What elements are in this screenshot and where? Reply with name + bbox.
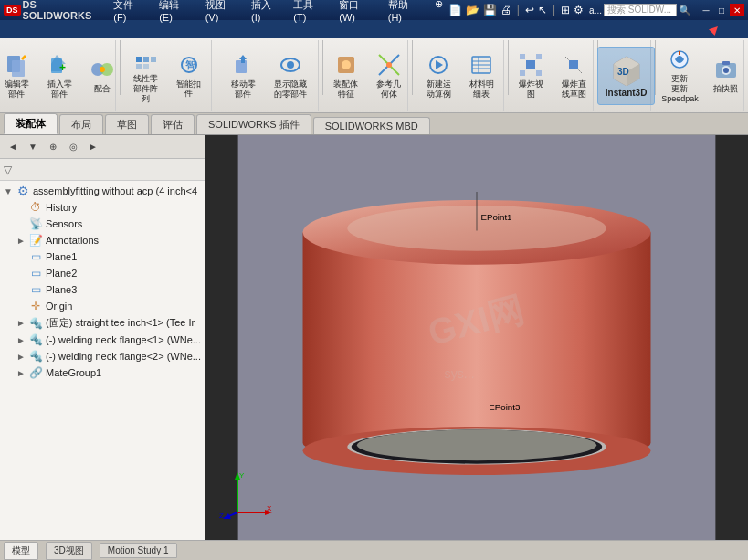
tab-sketch[interactable]: 草图 — [105, 114, 149, 134]
tab-sw-mbd[interactable]: SOLIDWORKS MBD — [313, 117, 430, 134]
tree-flange2[interactable]: ► 🔩 (-) welding neck flange<2> (WNe... — [0, 348, 205, 365]
linear-array-button[interactable]: 线性零部件阵列 — [126, 44, 166, 106]
menu-edit[interactable]: 编辑(E) — [153, 0, 197, 25]
panel-btn-add[interactable]: ⊕ — [44, 138, 62, 156]
explode-view-button[interactable]: 爆炸视图 — [511, 49, 551, 102]
tree-annotations-arrow: ► — [16, 236, 26, 246]
svg-text:+: + — [59, 61, 66, 74]
options-icon[interactable]: ⚙ — [574, 4, 584, 16]
menu-window[interactable]: 窗口(W) — [333, 0, 381, 25]
menu-extra[interactable]: ⊕ — [429, 0, 448, 25]
svg-rect-8 — [143, 57, 149, 62]
smart-fastener-button[interactable]: 智 智能扣件 — [169, 49, 209, 102]
tree-sensors[interactable]: 📡 Sensors — [0, 216, 205, 232]
new-motion-icon — [426, 52, 451, 78]
explode-line-icon — [561, 52, 586, 78]
svg-text:EPoint3: EPoint3 — [489, 402, 520, 412]
status-tab-3dview[interactable]: 3D视图 — [46, 542, 92, 560]
mate-icon — [90, 57, 115, 82]
menu-tools[interactable]: 工具(T) — [288, 0, 332, 25]
tab-evaluate[interactable]: 评估 — [151, 114, 195, 134]
tree-plane1[interactable]: ▭ Plane1 — [0, 248, 205, 265]
mate-button[interactable]: 配合 — [82, 54, 122, 97]
ribbon-sep-2 — [216, 40, 216, 95]
move-component-button[interactable]: 移动零部件 — [223, 49, 263, 102]
show-hide-button[interactable]: 显示隐藏的零部件 — [266, 49, 314, 102]
bom-button[interactable]: 材料明细表 — [461, 49, 501, 102]
show-hide-icon — [278, 52, 303, 78]
3d-viewport[interactable]: 🔍 ↻ ✋ ⊡ ◈ ☀ ◎ ⊘ 📷 ▼ — [205, 135, 748, 540]
search-label: a... — [589, 5, 602, 16]
view-icon[interactable]: ⊞ — [561, 4, 570, 16]
tab-layout[interactable]: 布局 — [59, 114, 103, 134]
tree-history[interactable]: ⏱ History — [0, 199, 205, 216]
edit-component-button[interactable]: 编辑零部件 — [0, 49, 37, 102]
tree-straight-tee[interactable]: ► 🔩 (固定) straight tee inch<1> (Tee Ir — [0, 314, 205, 332]
tree-plane2[interactable]: ▭ Plane2 — [0, 265, 205, 281]
panel-btn-back[interactable]: ◄ — [4, 138, 22, 156]
menu-insert[interactable]: 插入(I) — [246, 0, 286, 25]
insert-component-button[interactable]: + 插入零部件 — [39, 49, 79, 102]
tree-root[interactable]: ▼ ⚙ assemblyfitting without acp (4 inch<… — [0, 183, 205, 199]
snapshot-button[interactable]: 拍快照 — [706, 54, 746, 97]
explode-line-button[interactable]: 爆炸直线草图 — [553, 49, 594, 102]
close-button[interactable]: ✕ — [730, 4, 744, 16]
window-controls: ─ □ ✕ — [699, 4, 744, 16]
tree-root-label: assemblyfitting without acp (4 inch<4 — [33, 185, 197, 196]
ribbon-group-explode: 爆炸视图 爆炸直线草图 — [512, 40, 595, 111]
linear-array-icon — [133, 47, 159, 72]
insert-component-icon: + — [47, 52, 72, 78]
menu-help[interactable]: 帮助(H) — [383, 0, 427, 25]
cursor-icon[interactable]: ↖ — [538, 4, 547, 16]
ribbon-group-motion: 新建运动算例 材料明细表 — [416, 40, 504, 111]
panel-btn-settings[interactable]: ◎ — [64, 138, 82, 156]
tab-bar: 装配体 布局 草图 评估 SOLIDWORKS 插件 SOLIDWORKS MB… — [0, 113, 748, 135]
ribbon-group-basic: 编辑零部件 + 插入零部件 — [4, 40, 116, 111]
panel-btn-expand[interactable]: ▼ — [24, 138, 42, 156]
tree-flange1-label: (-) welding neck flange<1> (WNe... — [46, 334, 201, 345]
svg-text:sys...: sys... — [445, 366, 475, 381]
smart-fastener-icon: 智 — [176, 52, 202, 78]
menu-bar: 文件(F) 编辑(E) 视图(V) 插入(I) 工具(T) 窗口(W) 帮助(H… — [108, 0, 448, 25]
main-content: ◄ ▼ ⊕ ◎ ► ▽ ▼ ⚙ assemblyfitting without … — [0, 135, 748, 540]
open-icon[interactable]: 📂 — [466, 4, 479, 16]
undo-icon[interactable]: ↩ — [525, 4, 534, 16]
svg-rect-31 — [536, 54, 542, 59]
tab-sw-plugins[interactable]: SOLIDWORKS 插件 — [196, 114, 311, 134]
tab-assembly[interactable]: 装配体 — [4, 113, 58, 134]
svg-text:Y: Y — [239, 471, 245, 480]
mategroup-icon: 🔗 — [28, 366, 43, 379]
tree-annotations[interactable]: ► 📝 Annotations — [0, 232, 205, 248]
search-input[interactable]: 搜索 SOLIDW... — [604, 4, 677, 16]
save-icon[interactable]: 💾 — [483, 4, 497, 16]
print-icon[interactable]: 🖨 — [500, 4, 511, 16]
assembly-feature-button[interactable]: 装配体特征 — [326, 49, 366, 102]
new-motion-button[interactable]: 新建运动算例 — [418, 49, 458, 102]
instant3d-button[interactable]: 3D Instant3D — [597, 47, 656, 105]
status-tab-motion[interactable]: Motion Study 1 — [100, 543, 177, 558]
maximize-button[interactable]: □ — [714, 4, 729, 16]
ref-geom-button[interactable]: 参考几何体 — [369, 49, 409, 102]
tree-mate-arrow: ► — [16, 368, 26, 378]
new-icon[interactable]: 📄 — [448, 4, 462, 16]
svg-rect-30 — [536, 70, 542, 76]
tree-flange2-arrow: ► — [16, 352, 26, 362]
panel-btn-forward[interactable]: ► — [84, 138, 102, 156]
minimize-button[interactable]: ─ — [699, 4, 713, 16]
tree-flange1[interactable]: ► 🔩 (-) welding neck flange<1> (WNe... — [0, 332, 205, 348]
status-tab-model[interactable]: 模型 — [4, 542, 38, 560]
titlebar: DS DS SOLIDWORKS 文件(F) 编辑(E) 视图(V) 插入(I)… — [0, 0, 748, 20]
search-btn[interactable]: 🔍 — [679, 5, 691, 16]
tree-plane3[interactable]: ▭ Plane3 — [0, 281, 205, 298]
tree-origin[interactable]: ✛ Origin — [0, 298, 205, 314]
speedpak-button[interactable]: 更新更新 Speedpak — [657, 44, 703, 106]
svg-point-21 — [386, 62, 392, 68]
menu-file[interactable]: 文件(F) — [108, 0, 152, 25]
ribbon-toolbar: 编辑零部件 + 插入零部件 — [0, 38, 748, 113]
ribbon-row-1: 编辑零部件 + 插入零部件 — [0, 49, 122, 102]
svg-point-45 — [723, 68, 729, 73]
tree-mategroup[interactable]: ► 🔗 MateGroup1 — [0, 365, 205, 381]
assembly-icon: ⚙ — [16, 185, 30, 197]
menu-view[interactable]: 视图(V) — [200, 0, 244, 25]
svg-rect-7 — [136, 57, 142, 62]
